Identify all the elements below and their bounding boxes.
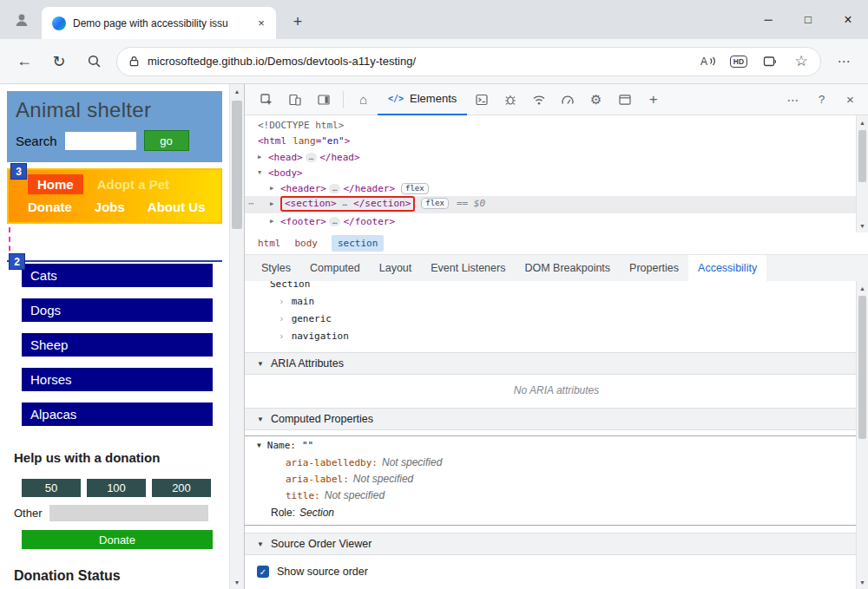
breadcrumb-body[interactable]: body bbox=[295, 238, 319, 249]
tree-row-html[interactable]: <htmllang="en"> bbox=[245, 134, 868, 149]
tree-row-doctype[interactable]: <!DOCTYPE html> bbox=[245, 118, 868, 134]
new-tab-button[interactable]: + bbox=[286, 10, 309, 33]
console-button[interactable] bbox=[467, 87, 496, 113]
expand-icon[interactable]: ▶ bbox=[270, 213, 280, 229]
amount-100-button[interactable]: 100 bbox=[87, 479, 146, 497]
ax-node-main[interactable]: ›main bbox=[270, 293, 868, 311]
address-bar[interactable]: microsoftedge.github.io/Demos/devtools-a… bbox=[116, 47, 821, 76]
amount-50-button[interactable]: 50 bbox=[22, 479, 81, 497]
scrollbar-thumb[interactable] bbox=[858, 130, 866, 182]
expand-icon[interactable]: ▶ bbox=[270, 180, 280, 196]
tree-row-header[interactable]: ▶<header>…</header>flex bbox=[245, 180, 868, 196]
expand-icon[interactable]: ▶ bbox=[270, 197, 280, 211]
page-scrollbar[interactable]: ▲ ▼ bbox=[229, 84, 244, 589]
maximize-button[interactable]: □ bbox=[788, 0, 828, 39]
tab-layout[interactable]: Layout bbox=[370, 255, 422, 281]
devtools-close-button[interactable]: × bbox=[836, 87, 865, 113]
collapse-icon[interactable]: ▼ bbox=[258, 165, 268, 180]
nav-link-home[interactable]: Home bbox=[28, 174, 83, 194]
go-button[interactable]: go bbox=[144, 130, 189, 151]
tree-row-body[interactable]: ▼<body> bbox=[245, 165, 868, 180]
tree-row-footer[interactable]: ▶<footer>…</footer> bbox=[245, 213, 868, 229]
favorites-star-button[interactable]: ☆ bbox=[789, 49, 813, 74]
nav-link-jobs[interactable]: Jobs bbox=[95, 200, 125, 214]
nav-link-adopt[interactable]: Adopt a Pet bbox=[97, 177, 169, 192]
ax-node-navigation[interactable]: ›navigation bbox=[270, 328, 868, 345]
tab-styles[interactable]: Styles bbox=[252, 255, 300, 281]
chevron-right-icon[interactable]: › bbox=[279, 330, 285, 342]
browser-menu-button[interactable]: ⋯ bbox=[828, 46, 859, 77]
scroll-up-icon[interactable]: ▲ bbox=[857, 115, 868, 129]
accessibility-scrollbar[interactable]: ▲ ▼ bbox=[856, 281, 868, 589]
url-text[interactable]: microsoftedge.github.io/Demos/devtools-a… bbox=[148, 55, 688, 68]
tree-row-head[interactable]: ▶<head>…</head> bbox=[245, 149, 868, 165]
inspect-element-button[interactable] bbox=[252, 87, 280, 113]
list-item-horses[interactable]: Horses bbox=[22, 368, 213, 391]
list-item-alpacas[interactable]: Alpacas bbox=[22, 402, 213, 426]
site-search-input[interactable] bbox=[65, 132, 136, 150]
nav-link-donate[interactable]: Donate bbox=[28, 200, 72, 214]
tree-row-section-selected[interactable]: ⋯ ▶<section>…</section>flex== $0 bbox=[245, 196, 868, 213]
scrollbar-thumb[interactable] bbox=[858, 296, 866, 439]
tab-properties[interactable]: Properties bbox=[620, 255, 688, 281]
other-amount-input[interactable] bbox=[49, 505, 208, 521]
scroll-down-icon[interactable]: ▼ bbox=[230, 575, 244, 589]
chevron-right-icon[interactable]: › bbox=[279, 296, 285, 307]
scroll-up-icon[interactable]: ▲ bbox=[857, 281, 868, 295]
more-tools-button[interactable]: + bbox=[639, 87, 667, 113]
application-button[interactable] bbox=[610, 87, 639, 113]
minimize-button[interactable]: ─ bbox=[748, 0, 788, 39]
nav-link-about[interactable]: About Us bbox=[148, 200, 206, 214]
collapsed-content-icon[interactable]: … bbox=[329, 184, 340, 193]
profile-button[interactable] bbox=[6, 7, 37, 33]
tab-computed[interactable]: Computed bbox=[300, 255, 370, 281]
tab-dom-breakpoints[interactable]: DOM Breakpoints bbox=[515, 255, 620, 281]
ax-node-section[interactable]: Section bbox=[270, 281, 868, 293]
refresh-button[interactable]: ↻ bbox=[43, 46, 75, 77]
scrollbar-thumb[interactable] bbox=[232, 101, 242, 229]
search-button[interactable] bbox=[78, 46, 109, 77]
tab-accessibility[interactable]: Accessibility bbox=[688, 255, 766, 281]
tab-event-listeners[interactable]: Event Listeners bbox=[421, 255, 515, 281]
network-button[interactable] bbox=[524, 87, 553, 113]
collapsed-content-icon[interactable]: … bbox=[339, 199, 351, 208]
node-more-actions-icon[interactable]: ⋯ bbox=[248, 197, 254, 211]
back-button[interactable]: ← bbox=[9, 46, 40, 77]
scroll-up-icon[interactable]: ▲ bbox=[230, 84, 244, 98]
source-order-viewer-header[interactable]: ▼ Source Order Viewer bbox=[245, 533, 868, 555]
list-item-cats[interactable]: Cats bbox=[22, 264, 213, 287]
read-aloud-button[interactable]: A bbox=[695, 49, 720, 74]
issues-button[interactable] bbox=[496, 87, 524, 113]
collapsed-content-icon[interactable]: … bbox=[329, 217, 340, 226]
settings-gear-icon[interactable]: ⚙ bbox=[582, 87, 610, 113]
flex-badge[interactable]: flex bbox=[401, 183, 429, 194]
breadcrumb-html[interactable]: html bbox=[258, 238, 281, 249]
list-item-dogs[interactable]: Dogs bbox=[22, 298, 213, 322]
split-screen-button[interactable] bbox=[758, 49, 782, 74]
computed-name-row[interactable]: ▼ Name: "" bbox=[245, 436, 868, 455]
dock-side-button[interactable] bbox=[309, 87, 338, 113]
performance-button[interactable] bbox=[553, 87, 582, 113]
hd-indicator[interactable]: HD bbox=[727, 49, 751, 74]
show-source-order-checkbox[interactable]: ✓ bbox=[257, 566, 269, 578]
collapsed-content-icon[interactable]: … bbox=[306, 153, 317, 162]
close-window-button[interactable]: × bbox=[828, 0, 868, 39]
elements-scrollbar[interactable]: ▲ ▼ bbox=[856, 115, 868, 232]
chevron-right-icon[interactable]: › bbox=[279, 313, 285, 324]
scroll-down-icon[interactable]: ▼ bbox=[857, 575, 868, 589]
tab-close-button[interactable]: × bbox=[253, 16, 269, 31]
expand-icon[interactable]: ▶ bbox=[258, 149, 268, 165]
amount-200-button[interactable]: 200 bbox=[152, 479, 211, 497]
browser-tab[interactable]: Demo page with accessibility issu × bbox=[42, 7, 276, 39]
devtools-help-button[interactable]: ? bbox=[807, 87, 836, 113]
devtools-home-button[interactable]: ⌂ bbox=[349, 87, 378, 113]
flex-badge[interactable]: flex bbox=[421, 198, 449, 209]
list-item-sheep[interactable]: Sheep bbox=[22, 333, 213, 357]
ax-node-generic[interactable]: ›generic bbox=[270, 311, 868, 328]
scroll-down-icon[interactable]: ▼ bbox=[857, 219, 868, 232]
tab-elements[interactable]: </> Elements bbox=[378, 84, 467, 115]
breadcrumb-section[interactable]: section bbox=[332, 235, 384, 252]
donate-button[interactable]: Donate bbox=[22, 530, 213, 549]
devtools-menu-button[interactable]: ⋯ bbox=[779, 87, 807, 113]
computed-properties-header[interactable]: ▼ Computed Properties bbox=[245, 408, 868, 430]
